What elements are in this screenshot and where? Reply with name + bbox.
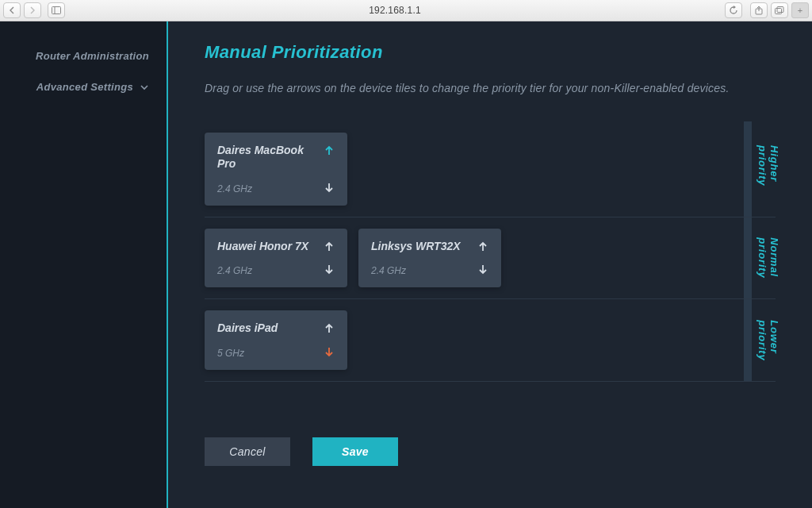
priority-up-button[interactable] — [322, 144, 336, 158]
svg-rect-4 — [777, 7, 783, 13]
main-content: Manual Prioritization Drag or use the ar… — [168, 21, 812, 508]
priority-down-button[interactable] — [476, 262, 490, 276]
back-button[interactable] — [3, 2, 21, 18]
priority-up-button[interactable] — [322, 321, 336, 336]
sidebar-item-label: Advanced Settings — [36, 81, 133, 93]
tabs-button[interactable] — [771, 2, 788, 18]
tier-bar — [744, 299, 752, 381]
device-band: 2.4 GHz — [217, 183, 314, 194]
tier-bar — [744, 217, 752, 299]
tier-bar — [744, 121, 752, 217]
cancel-button[interactable]: Cancel — [205, 437, 290, 466]
share-button[interactable] — [750, 2, 768, 18]
tier-label: Lower priority — [756, 320, 780, 360]
device-tile[interactable]: Huawei Honor 7X 2.4 GHz — [205, 229, 347, 288]
sidebar-item-router-admin[interactable]: Router Administration — [0, 40, 167, 71]
device-tile[interactable]: Daires iPad 5 GHz — [205, 310, 347, 370]
svg-rect-3 — [776, 9, 782, 14]
priority-up-button[interactable] — [322, 240, 336, 254]
tier-label: Normal priority — [756, 237, 780, 278]
page-hint: Drag or use the arrows on the device til… — [205, 82, 776, 94]
priority-up-button[interactable] — [476, 240, 490, 254]
footer-actions: Cancel Save — [205, 437, 776, 466]
forward-button[interactable] — [24, 2, 41, 18]
priority-down-button[interactable] — [322, 262, 336, 276]
device-name: Huawei Honor 7X — [217, 240, 314, 253]
chevron-down-icon — [140, 84, 149, 90]
sidebar-item-label: Router Administration — [36, 50, 149, 62]
device-band: 2.4 GHz — [217, 265, 314, 276]
address-bar[interactable]: 192.168.1.1 — [68, 5, 722, 16]
page-title: Manual Prioritization — [205, 42, 776, 63]
device-name: Daires iPad — [217, 321, 314, 335]
priority-down-button[interactable] — [322, 180, 336, 194]
save-button[interactable]: Save — [312, 437, 398, 466]
device-tile[interactable]: Daires MacBook Pro 2.4 GHz — [205, 133, 347, 206]
device-tile[interactable]: Linksys WRT32X 2.4 GHz — [358, 229, 501, 288]
device-name: Linksys WRT32X — [371, 240, 468, 253]
device-band: 2.4 GHz — [371, 265, 468, 276]
tier-label: Higher priority — [756, 145, 780, 193]
sidebar-item-advanced-settings[interactable]: Advanced Settings — [0, 71, 167, 102]
new-tab-button[interactable]: + — [791, 2, 809, 18]
tier-lower: Daires iPad 5 GHz Lower priority — [205, 299, 776, 382]
sidebar-toggle-button[interactable] — [48, 2, 65, 18]
device-name: Daires MacBook Pro — [217, 144, 314, 171]
tier-normal: Huawei Honor 7X 2.4 GHz Linksys — [205, 217, 776, 300]
priority-tiers: Daires MacBook Pro 2.4 GHz Higher priori… — [205, 121, 776, 382]
browser-chrome: 192.168.1.1 + — [0, 0, 812, 21]
sidebar: Router Administration Advanced Settings — [0, 21, 168, 508]
reload-button[interactable] — [725, 2, 742, 18]
tier-higher: Daires MacBook Pro 2.4 GHz Higher priori… — [205, 121, 776, 217]
priority-down-button[interactable] — [322, 344, 336, 359]
device-band: 5 GHz — [217, 348, 314, 359]
svg-rect-0 — [52, 7, 61, 14]
